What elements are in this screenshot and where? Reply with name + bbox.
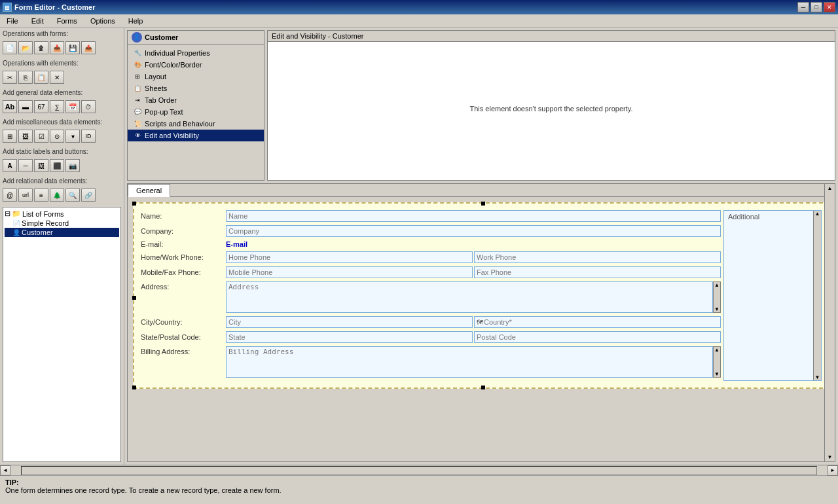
scroll-left-btn[interactable]: ◄ xyxy=(0,465,10,476)
name-input[interactable] xyxy=(226,210,721,222)
delete-elem-btn[interactable]: ✕ xyxy=(50,71,64,84)
date-btn[interactable]: 📅 xyxy=(65,100,80,113)
address-field-wrapper: ▲ ▼ xyxy=(226,281,721,313)
prop-individual[interactable]: 🔧 Individual Properties xyxy=(128,47,264,59)
calc-btn[interactable]: ∑ xyxy=(50,100,64,113)
paste-btn[interactable]: 📋 xyxy=(34,71,48,84)
close-button[interactable]: ✕ xyxy=(824,2,835,12)
handle-bm xyxy=(481,386,485,389)
work-phone-input[interactable] xyxy=(474,251,721,263)
left-panel: Operations with forms: 📄 📂 🗑 📥 💾 📤 Opera… xyxy=(0,27,124,465)
tree-simple-record[interactable]: 📄 Simple Record xyxy=(5,219,119,228)
tree-customer[interactable]: 👤 Customer xyxy=(5,228,119,237)
minimize-button[interactable]: ─ xyxy=(797,2,809,12)
address-textarea[interactable] xyxy=(226,281,713,313)
id-btn[interactable]: ID xyxy=(81,130,96,143)
prop-taborder[interactable]: ⇥ Tab Order xyxy=(128,94,264,106)
menu-options[interactable]: Options xyxy=(86,16,119,26)
ops-forms-toolbar: 📄 📂 🗑 📥 💾 📤 xyxy=(3,41,121,54)
list-btn[interactable]: ≡ xyxy=(34,189,48,202)
menu-forms[interactable]: Forms xyxy=(53,16,81,26)
tip-label: TIP: xyxy=(5,478,833,486)
btn-btn[interactable]: ⬛ xyxy=(50,159,64,172)
menu-edit[interactable]: Edit xyxy=(27,16,48,26)
save-btn[interactable]: 💾 xyxy=(65,41,80,54)
menu-file[interactable]: File xyxy=(3,16,22,26)
add-scroll-down-btn[interactable]: ▼ xyxy=(814,374,821,380)
combo-btn[interactable]: ▾ xyxy=(65,130,80,143)
img2-btn[interactable]: 🖼 xyxy=(34,159,48,172)
properties-panel: 👤 Customer 🔧 Individual Properties 🎨 Fon… xyxy=(127,30,264,181)
home-phone-input[interactable] xyxy=(226,251,473,263)
delete-form-btn[interactable]: 🗑 xyxy=(34,41,48,54)
text-btn[interactable]: Ab xyxy=(3,100,17,113)
state-input[interactable] xyxy=(226,331,473,343)
prop-scripts[interactable]: 📜 Scripts and Behaviour xyxy=(128,118,264,130)
open-form-btn[interactable]: 📂 xyxy=(18,41,33,54)
prop-layout[interactable]: ⊞ Layout xyxy=(128,71,264,82)
company-field-wrapper xyxy=(226,225,721,237)
checkbox-btn[interactable]: ☑ xyxy=(34,130,48,143)
add-static-label: Add static labels and buttons: xyxy=(3,148,121,155)
tree-btn[interactable]: 🌲 xyxy=(50,189,64,202)
prop-popup[interactable]: 💬 Pop-up Text xyxy=(128,106,264,118)
form-scroll-up[interactable]: ▲ xyxy=(825,184,835,192)
mobile-fax-fields xyxy=(226,266,721,278)
img-btn[interactable]: 🖼 xyxy=(18,130,33,143)
edit-panel-header: Edit and Visibility - Customer xyxy=(268,31,835,42)
fax-phone-input[interactable] xyxy=(474,266,721,278)
home-work-row: Home/Work Phone: xyxy=(141,251,721,263)
copy-btn[interactable]: ⎘ xyxy=(18,71,33,84)
tab-general[interactable]: General xyxy=(128,184,170,197)
properties-header: 👤 Customer xyxy=(128,31,264,45)
prop-icon-6: 📜 xyxy=(133,119,142,128)
field-btn[interactable]: ▬ xyxy=(18,100,33,113)
country-input[interactable] xyxy=(484,318,718,326)
postal-input[interactable] xyxy=(474,331,721,343)
billing-scroll-up-btn[interactable]: ▲ xyxy=(714,347,720,353)
new-form-btn[interactable]: 📄 xyxy=(3,41,17,54)
company-label: Company: xyxy=(141,227,226,235)
form-scroll-down[interactable]: ▼ xyxy=(825,453,835,461)
add-scroll-up-btn[interactable]: ▲ xyxy=(814,211,821,217)
email-rel-btn[interactable]: @ xyxy=(3,189,17,202)
company-input[interactable] xyxy=(226,225,721,237)
billing-scroll-down-btn[interactable]: ▼ xyxy=(714,371,720,377)
mobile-phone-input[interactable] xyxy=(226,266,473,278)
prop-edit-visibility[interactable]: 👁 Edit and Visibility xyxy=(128,130,264,141)
radio-btn[interactable]: ⊙ xyxy=(50,130,64,143)
restore-button[interactable]: □ xyxy=(811,2,822,12)
cut-btn[interactable]: ✂ xyxy=(3,71,17,84)
city-input[interactable] xyxy=(226,316,473,328)
additional-label: Additional xyxy=(726,211,761,222)
label-btn[interactable]: A xyxy=(3,159,17,172)
prop-sheets[interactable]: 📋 Sheets xyxy=(128,82,264,94)
prop-font[interactable]: 🎨 Font/Color/Border xyxy=(128,59,264,71)
tree-expand[interactable]: ⊟ 📁 List of Forms xyxy=(5,209,119,219)
additional-column: Additional ▲ ▼ xyxy=(723,210,822,381)
prop-icon-0: 🔧 xyxy=(133,48,142,58)
menu-help[interactable]: Help xyxy=(124,16,147,26)
email-row: E-mail: E-mail xyxy=(141,240,721,248)
scroll-right-btn[interactable]: ► xyxy=(828,465,838,476)
number-btn[interactable]: 67 xyxy=(34,100,48,113)
line-btn[interactable]: ─ xyxy=(18,159,33,172)
handle-tm xyxy=(481,202,485,206)
form-fields: Name: Company: xyxy=(141,210,721,381)
import-btn[interactable]: 📥 xyxy=(50,41,64,54)
ops-forms-label: Operations with forms: xyxy=(3,30,121,37)
export-btn[interactable]: 📤 xyxy=(81,41,96,54)
address-scrollbar: ▲ ▼ xyxy=(713,281,721,313)
edit-panel-content: This element doesn't support the selecte… xyxy=(268,42,835,175)
table-btn[interactable]: ⊞ xyxy=(3,130,17,143)
add-relational-toolbar: @ url ≡ 🌲 🔍 🔗 xyxy=(3,189,121,202)
photo-btn[interactable]: 📷 xyxy=(65,159,80,172)
rel-btn[interactable]: 🔗 xyxy=(81,189,96,202)
search-btn[interactable]: 🔍 xyxy=(65,189,80,202)
url-btn[interactable]: url xyxy=(18,189,33,202)
billing-textarea[interactable] xyxy=(226,346,713,378)
scroll-down-btn[interactable]: ▼ xyxy=(714,306,720,312)
time-btn[interactable]: ⏱ xyxy=(81,100,96,113)
scroll-up-btn[interactable]: ▲ xyxy=(714,282,720,288)
top-panels: 👤 Customer 🔧 Individual Properties 🎨 Fon… xyxy=(127,30,835,181)
